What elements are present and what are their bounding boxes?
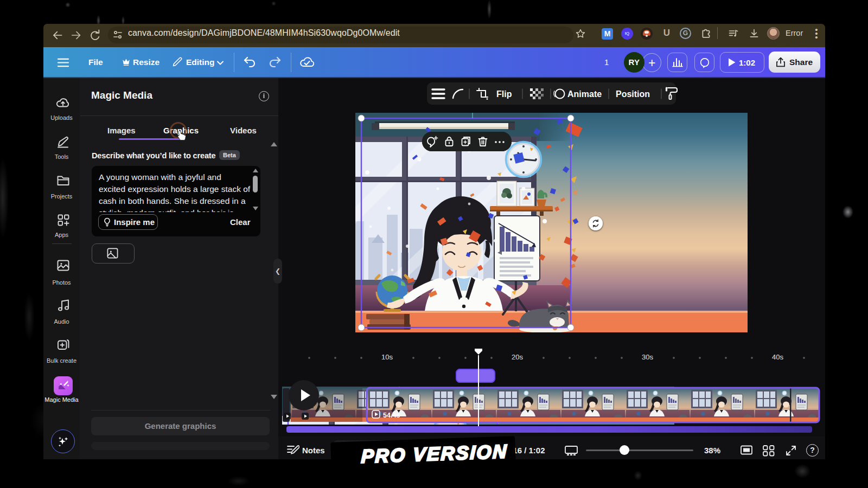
svg-text:Animate: Animate xyxy=(567,89,602,99)
svg-text:54.4s: 54.4s xyxy=(383,412,400,419)
svg-text:PRO VERSION: PRO VERSION xyxy=(361,440,508,466)
svg-text:Position: Position xyxy=(616,89,650,99)
svg-text:Flip: Flip xyxy=(496,89,512,99)
